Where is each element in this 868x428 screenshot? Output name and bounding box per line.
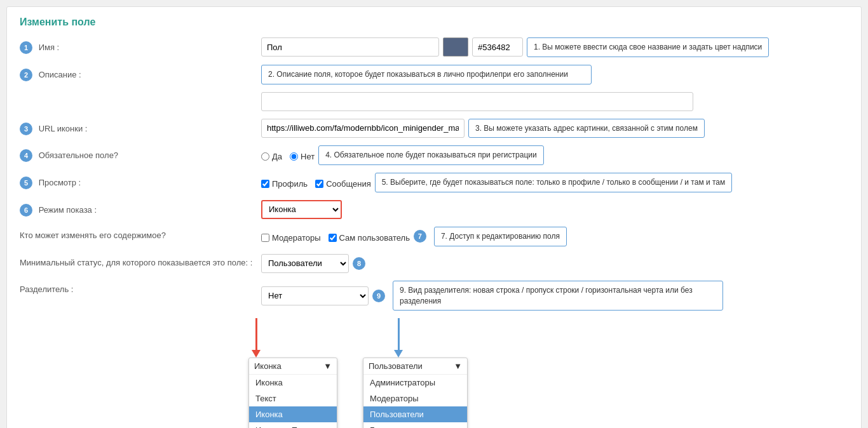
label-required: 4 Обязательное поле? bbox=[20, 145, 261, 162]
cb-profile-label[interactable]: Профиль bbox=[261, 179, 308, 189]
cb-messages[interactable] bbox=[315, 180, 323, 188]
panel-title: Изменить поле bbox=[20, 17, 848, 28]
open-dropdowns-row: Иконка ▼ Иконка Текст Иконка Иконка + Те… bbox=[20, 358, 848, 428]
cb-moderators-label[interactable]: Модераторы bbox=[261, 233, 321, 243]
row-display-mode: 6 Режим показа : Иконка Текст Иконка + Т… bbox=[20, 200, 848, 219]
display-mode-dropdown-open: Иконка ▼ Иконка Текст Иконка Иконка + Те… bbox=[248, 358, 337, 428]
main-panel: Изменить поле 1 Имя : 1. Вы можете ввест… bbox=[6, 6, 862, 428]
row-min-status: Минимальный статус, для которого показыв… bbox=[20, 254, 848, 273]
separator-select[interactable]: Нет Новая строка Пропуск строки Горизонт… bbox=[261, 286, 369, 305]
num-badge-7: 7 bbox=[414, 230, 426, 243]
url-icon-input[interactable] bbox=[261, 119, 465, 138]
status-item-moderators[interactable]: Модераторы bbox=[363, 391, 467, 406]
color-swatch[interactable] bbox=[443, 37, 468, 57]
num-badge-2: 2 bbox=[20, 69, 32, 81]
status-item-users-selected[interactable]: Пользователи bbox=[363, 406, 467, 422]
arrow-red-line bbox=[255, 318, 257, 350]
cb-moderators[interactable] bbox=[261, 234, 269, 242]
display-mode-select[interactable]: Иконка Текст Иконка + Текст Пользователи bbox=[261, 200, 342, 219]
status-dropdown-arrow-icon: ▼ bbox=[454, 361, 462, 371]
label-url-icon: 3 URL иконки : bbox=[20, 119, 261, 135]
num-badge-1: 1 bbox=[20, 41, 32, 54]
radio-da[interactable] bbox=[261, 152, 269, 161]
row-separator: Разделитель : Нет Новая строка Пропуск с… bbox=[20, 281, 848, 311]
who-edit-control-group: Модераторы Сам пользователь 7 7. Доступ … bbox=[261, 227, 848, 246]
row-description: 2 Описание : 2. Описание поля, которое б… bbox=[20, 65, 848, 111]
view-checkbox-group: Профиль Сообщения bbox=[261, 177, 371, 189]
required-control-group: Да Нет 4. Обязательное поле будет показы… bbox=[261, 145, 848, 165]
label-view: 5 Просмотр : bbox=[20, 173, 261, 189]
tooltip-1: 1. Вы можете ввести сюда свое название и… bbox=[527, 37, 769, 57]
tooltip-3: 3. Вы можете указать адрес картинки, свя… bbox=[468, 119, 705, 138]
view-control-group: Профиль Сообщения 5. Выберите, где будет… bbox=[261, 173, 848, 192]
cb-profile[interactable] bbox=[261, 180, 269, 188]
row-view: 5 Просмотр : Профиль Сообщения 5. Выбери… bbox=[20, 173, 848, 192]
status-item-guests[interactable]: Гости bbox=[363, 422, 467, 428]
min-status-select[interactable]: Пользователи Администраторы Модераторы Г… bbox=[261, 254, 349, 273]
label-name: 1 Имя : bbox=[20, 37, 261, 54]
dropdown-item-ikonka-tekst[interactable]: Иконка + Текст bbox=[249, 422, 337, 428]
dropdown-arrow-icon: ▼ bbox=[323, 361, 332, 371]
num-badge-8: 8 bbox=[353, 257, 365, 270]
min-status-control-group: Пользователи Администраторы Модераторы Г… bbox=[261, 254, 848, 273]
status-dropdown-header: Пользователи ▼ bbox=[363, 358, 467, 375]
status-item-admins[interactable]: Администраторы bbox=[363, 375, 467, 391]
display-mode-dropdown-header: Иконка ▼ bbox=[249, 358, 337, 375]
radio-net[interactable] bbox=[290, 152, 298, 161]
num-badge-4: 4 bbox=[20, 149, 32, 162]
num-badge-9: 9 bbox=[372, 290, 385, 302]
description-control-group: 2. Описание поля, которое будет показыва… bbox=[261, 65, 848, 111]
dropdown-item-ikonka-1[interactable]: Иконка bbox=[249, 375, 337, 391]
tooltip-7: 7. Доступ к редактированию поля bbox=[434, 227, 567, 246]
url-icon-control-group: 3. Вы можете указать адрес картинки, свя… bbox=[261, 119, 848, 138]
label-who-edit: Кто может изменять его содержимое? bbox=[20, 227, 261, 240]
row-who-edit: Кто может изменять его содержимое? Модер… bbox=[20, 227, 848, 246]
arrow-blue-line bbox=[398, 318, 400, 350]
arrow-red-col bbox=[252, 318, 261, 358]
num-badge-3: 3 bbox=[20, 123, 32, 135]
num-badge-5: 5 bbox=[20, 177, 32, 189]
tooltip-9: 9. Вид разделителя: новая строка / пропу… bbox=[393, 281, 723, 311]
display-mode-control-group: Иконка Текст Иконка + Текст Пользователи bbox=[261, 200, 848, 219]
cb-self-user[interactable] bbox=[329, 234, 337, 242]
dropdown-item-tekst[interactable]: Текст bbox=[249, 391, 337, 406]
arrow-blue-head bbox=[394, 350, 403, 358]
name-control-group: 1. Вы можете ввести сюда свое название и… bbox=[261, 37, 848, 57]
separator-control-group: Нет Новая строка Пропуск строки Горизонт… bbox=[261, 281, 848, 311]
status-dropdown-open: Пользователи ▼ Администраторы Модераторы… bbox=[363, 358, 468, 428]
radio-net-label[interactable]: Нет bbox=[290, 152, 315, 161]
arrows-container bbox=[20, 318, 848, 358]
label-display-mode: 6 Режим показа : bbox=[20, 200, 261, 217]
label-description: 2 Описание : bbox=[20, 65, 261, 81]
row-required: 4 Обязательное поле? Да Нет 4. Обязатель… bbox=[20, 145, 848, 165]
dropdown-item-ikonka-selected[interactable]: Иконка bbox=[249, 406, 337, 422]
tooltip-5: 5. Выберите, где будет показываться поле… bbox=[375, 173, 733, 192]
arrow-blue-col bbox=[394, 318, 403, 358]
tooltip-2: 2. Описание поля, которое будет показыва… bbox=[261, 65, 592, 84]
who-edit-checkbox-group: Модераторы Сам пользователь bbox=[261, 231, 410, 243]
description-input[interactable] bbox=[261, 92, 693, 111]
num-badge-6: 6 bbox=[20, 204, 32, 217]
label-min-status: Минимальный статус, для которого показыв… bbox=[20, 254, 261, 267]
name-input[interactable] bbox=[261, 37, 439, 57]
row-name: 1 Имя : 1. Вы можете ввести сюда свое на… bbox=[20, 37, 848, 57]
label-separator: Разделитель : bbox=[20, 281, 261, 294]
tooltip-4: 4. Обязательное поле будет показываться … bbox=[318, 145, 543, 165]
radio-da-label[interactable]: Да bbox=[261, 152, 282, 161]
color-value-input[interactable] bbox=[472, 37, 523, 57]
required-radio-group: Да Нет bbox=[261, 149, 315, 161]
arrow-red-head bbox=[252, 350, 261, 358]
cb-messages-label[interactable]: Сообщения bbox=[315, 179, 371, 189]
cb-self-user-label[interactable]: Сам пользователь bbox=[329, 233, 410, 243]
row-url-icon: 3 URL иконки : 3. Вы можете указать адре… bbox=[20, 119, 848, 138]
